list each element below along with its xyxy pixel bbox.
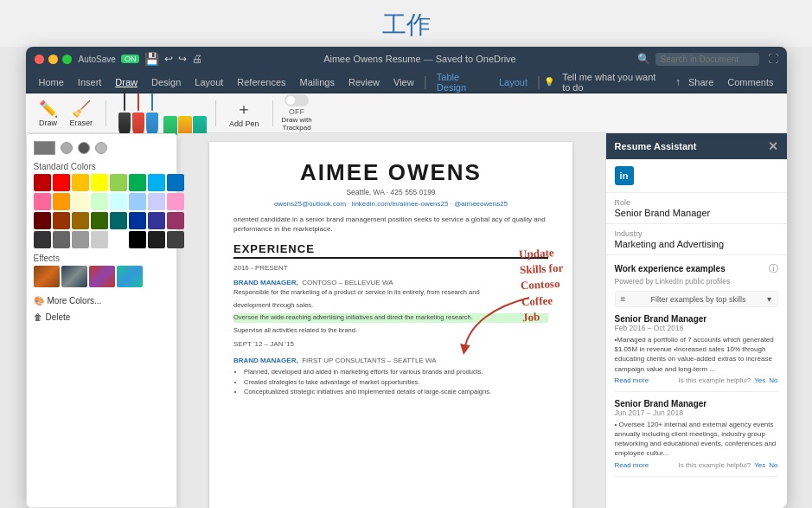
color-preview-box	[34, 141, 55, 155]
menu-draw[interactable]: Draw	[109, 75, 144, 89]
effect-2[interactable]	[61, 266, 87, 287]
eraser-icon: 🧹	[72, 100, 91, 119]
toolbar-divider-1	[105, 100, 106, 126]
color-cell-18[interactable]	[72, 212, 89, 229]
autosave-label: AutoSave	[79, 55, 116, 64]
color-cell-9[interactable]	[53, 193, 70, 210]
example-2-read-more[interactable]: Read more	[615, 461, 649, 469]
color-dot-dark[interactable]	[78, 142, 90, 154]
example-1-helpful-q: Is this example helpful?	[679, 376, 751, 384]
color-cell-22[interactable]	[148, 212, 165, 229]
example-1-no[interactable]: No	[769, 376, 777, 384]
bullet-1: Planned, developed and aided in marketin…	[244, 368, 548, 377]
menu-layout[interactable]: Layout	[189, 75, 229, 89]
color-cell-2[interactable]	[72, 174, 89, 191]
color-cell-16[interactable]	[34, 212, 51, 229]
search-input[interactable]	[655, 53, 759, 66]
color-cell-3[interactable]	[91, 174, 108, 191]
menu-design[interactable]: Design	[145, 75, 187, 89]
draw-toolbar: ✏️ Draw 🧹 Eraser	[26, 93, 787, 133]
color-cell-12[interactable]	[110, 193, 127, 210]
color-cell-27[interactable]	[91, 231, 108, 248]
effect-3[interactable]	[89, 266, 115, 287]
color-dot-selected[interactable]	[61, 142, 73, 154]
toolbar-icon-4: 🖨	[192, 53, 202, 65]
share-icon[interactable]: ↑	[675, 76, 681, 88]
add-pen-button[interactable]: ＋ Add Pen	[225, 97, 264, 130]
menu-table-layout[interactable]: Layout	[493, 75, 534, 89]
color-cell-19[interactable]	[91, 212, 108, 229]
job2-title: BRAND MANAGER,	[233, 357, 298, 364]
pen-nib-blue	[151, 93, 153, 111]
color-cell-1[interactable]	[53, 174, 70, 191]
color-cell-14[interactable]	[148, 193, 165, 210]
minimize-button[interactable]	[48, 55, 58, 64]
color-cell-10[interactable]	[72, 193, 89, 210]
job1-desc1: Responsible for the marketing of a produ…	[233, 288, 548, 298]
color-cell-21[interactable]	[129, 212, 146, 229]
maximize-button[interactable]	[62, 55, 72, 64]
menu-mailings[interactable]: Mailings	[294, 75, 341, 89]
job2-section: SEPT '12 – JAN '15 BRAND MANAGER, FIRST …	[233, 340, 548, 397]
example-1-role: Senior Brand Manager	[615, 314, 778, 324]
color-cell-26[interactable]	[72, 231, 89, 248]
menu-review[interactable]: Review	[342, 75, 386, 89]
menu-table-design[interactable]: Table Design	[431, 70, 491, 94]
example-2-helpful-q: Is this example helpful?	[679, 461, 751, 469]
filter-row[interactable]: ≡ Filter examples by top skills ▾	[615, 291, 778, 307]
info-icon[interactable]: ⓘ	[769, 262, 778, 275]
example-2-date: Jun 2017 – Jun 2018	[615, 408, 778, 417]
example-1-yes[interactable]: Yes	[754, 376, 765, 384]
more-colors-button[interactable]: 🎨 More Colors...	[34, 294, 169, 307]
example-2-no[interactable]: No	[769, 461, 777, 469]
close-button[interactable]	[35, 55, 44, 64]
delete-button[interactable]: 🗑 Delete	[34, 311, 169, 324]
color-cell-30[interactable]	[148, 231, 165, 248]
color-cell-25[interactable]	[53, 231, 70, 248]
job1-desc2: development through sales.	[233, 301, 548, 311]
color-cell-17[interactable]	[53, 212, 70, 229]
work-examples-title: Work experience examples	[615, 264, 726, 273]
color-cell-29[interactable]	[129, 231, 146, 248]
color-cell-20[interactable]	[110, 212, 127, 229]
panel-close-button[interactable]: ✕	[768, 139, 778, 153]
effect-1[interactable]	[34, 266, 60, 287]
trackpad-label-2: Trackpad	[283, 124, 311, 132]
color-cell-13[interactable]	[129, 193, 146, 210]
standard-colors-label: Standard Colors	[34, 162, 169, 171]
comments-button[interactable]: Comments	[721, 75, 779, 89]
color-cell-6[interactable]	[148, 174, 165, 191]
color-cell-28[interactable]	[110, 231, 127, 248]
menu-references[interactable]: References	[231, 75, 291, 89]
menu-home[interactable]: Home	[33, 75, 70, 89]
color-cell-5[interactable]	[129, 174, 146, 191]
effects-label: Effects	[34, 254, 169, 263]
color-dot-light[interactable]	[95, 142, 107, 154]
color-cell-23[interactable]	[167, 212, 184, 229]
effect-4[interactable]	[117, 266, 143, 287]
color-cell-24[interactable]	[34, 231, 51, 248]
color-cell-4[interactable]	[110, 174, 127, 191]
share-button[interactable]: Share	[682, 75, 719, 89]
autosave-state[interactable]: ON	[121, 55, 140, 63]
menu-insert[interactable]: Insert	[72, 75, 108, 89]
example-2-yes[interactable]: Yes	[754, 461, 765, 469]
title-bar-right: 🔍 ⛶	[637, 53, 778, 66]
trackpad-toggle-button[interactable]: OFF Draw with Trackpad	[282, 94, 312, 132]
eraser-tool-button[interactable]: 🧹 Eraser	[66, 98, 98, 129]
example-1-read-more[interactable]: Read more	[615, 376, 649, 384]
color-cell-15[interactable]	[167, 193, 184, 210]
color-cell-31[interactable]	[167, 231, 184, 248]
color-cell-7[interactable]	[167, 174, 184, 191]
color-cell-11[interactable]	[91, 193, 108, 210]
menu-tell-me[interactable]: Tell me what you want to do	[556, 70, 672, 94]
color-cell-8[interactable]	[34, 193, 51, 210]
filter-icon: ≡	[621, 294, 626, 304]
color-cell-0[interactable]	[34, 174, 51, 191]
saved-status: Saved to OneDrive	[436, 54, 516, 64]
toggle-switch[interactable]	[285, 94, 309, 106]
assistant-panel: Resume Assistant ✕ in Role Senior Brand …	[605, 133, 787, 508]
plus-icon: ＋	[236, 99, 252, 119]
draw-tool-button[interactable]: ✏️ Draw	[35, 98, 62, 129]
menu-view[interactable]: View	[387, 75, 420, 89]
